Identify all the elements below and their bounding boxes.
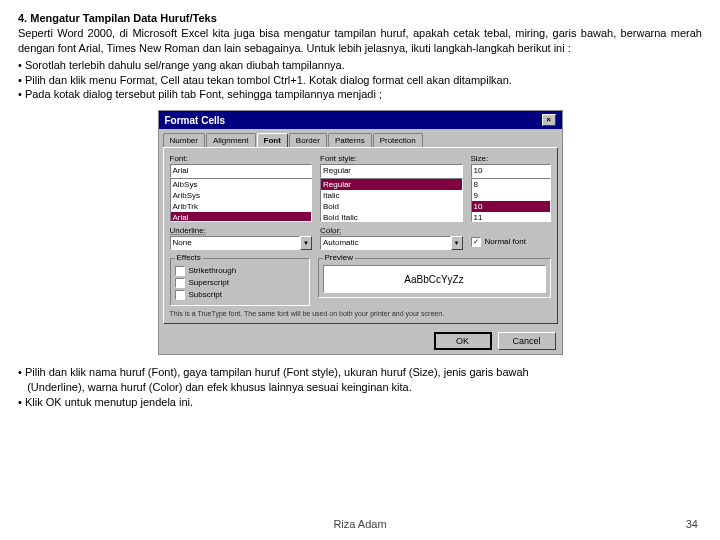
font-panel: Font: Arial AlbSys AribSys AribTrk Arial…	[163, 147, 558, 324]
preview-group: Preview AaBbCcYyZz	[318, 258, 551, 298]
list-item[interactable]: 11	[472, 212, 550, 222]
size-listbox[interactable]: 8 9 10 11	[471, 178, 551, 222]
subscript-checkbox[interactable]: Subscript	[175, 289, 305, 301]
underline-label: Underline:	[170, 226, 313, 235]
normal-font-label: Normal font	[485, 236, 526, 248]
list-item[interactable]: 9	[472, 190, 550, 201]
dialog-title: Format Cells	[165, 115, 226, 126]
checkbox-icon[interactable]	[175, 278, 185, 288]
list-item[interactable]: Bold	[321, 201, 462, 212]
tab-strip: Number Alignment Font Border Patterns Pr…	[159, 129, 562, 147]
tab-font[interactable]: Font	[257, 133, 288, 147]
page-number: 34	[686, 518, 698, 530]
size-label: Size:	[471, 154, 551, 163]
section-heading: 4. Mengatur Tampilan Data Huruf/Teks	[18, 12, 702, 24]
dialog-titlebar: Format Cells ×	[159, 111, 562, 129]
subscript-label: Subscript	[189, 289, 222, 301]
tab-patterns[interactable]: Patterns	[328, 133, 372, 147]
list-item[interactable]: AribTrk	[171, 201, 312, 212]
bullet-3: • Pada kotak dialog tersebut pilih tab F…	[18, 87, 702, 102]
tab-border[interactable]: Border	[289, 133, 327, 147]
list-item[interactable]: 8	[472, 179, 550, 190]
list-item[interactable]: Italic	[321, 190, 462, 201]
superscript-label: Superscript	[189, 277, 229, 289]
intro-paragraph: Seperti Word 2000, di Microsoft Excel ki…	[18, 26, 702, 56]
underline-dropdown[interactable]: None ▼	[170, 236, 313, 250]
font-style-listbox[interactable]: Regular Italic Bold Bold Italic	[320, 178, 463, 222]
strikethrough-label: Strikethrough	[189, 265, 237, 277]
list-item[interactable]: Regular	[321, 179, 462, 190]
font-style-label: Font style:	[320, 154, 463, 163]
effects-label: Effects	[175, 253, 203, 262]
tab-number[interactable]: Number	[163, 133, 205, 147]
bullet-2: • Pilih dan klik menu Format, Cell atau …	[18, 73, 702, 88]
bullet-1: • Sorotlah terlebih dahulu sel/range yan…	[18, 58, 702, 73]
checkbox-icon[interactable]: ✓	[471, 237, 481, 247]
checkbox-icon[interactable]	[175, 290, 185, 300]
checkbox-icon[interactable]	[175, 266, 185, 276]
list-item[interactable]: AlbSys	[171, 179, 312, 190]
size-input[interactable]: 10	[471, 164, 551, 178]
superscript-checkbox[interactable]: Superscript	[175, 277, 305, 289]
font-input[interactable]: Arial	[170, 164, 313, 178]
chevron-down-icon[interactable]: ▼	[300, 236, 312, 250]
tab-protection[interactable]: Protection	[373, 133, 423, 147]
tab-alignment[interactable]: Alignment	[206, 133, 256, 147]
font-label: Font:	[170, 154, 313, 163]
font-listbox[interactable]: AlbSys AribSys AribTrk Arial	[170, 178, 313, 222]
format-cells-dialog: Format Cells × Number Alignment Font Bor…	[158, 110, 563, 355]
author-name: Riza Adam	[333, 518, 386, 530]
preview-box: AaBbCcYyZz	[323, 265, 546, 293]
preview-label: Preview	[323, 253, 355, 262]
close-icon[interactable]: ×	[542, 114, 556, 126]
list-item[interactable]: Arial	[171, 212, 312, 222]
bullet-5: • Klik OK untuk menutup jendela ini.	[18, 395, 702, 410]
underline-value: None	[170, 236, 301, 250]
effects-group: Effects Strikethrough Superscript Subscr…	[170, 258, 310, 306]
color-value: Automatic	[320, 236, 451, 250]
after-dialog-text: • Pilih dan klik nama huruf (Font), gaya…	[18, 365, 702, 410]
strikethrough-checkbox[interactable]: Strikethrough	[175, 265, 305, 277]
format-cells-dialog-wrap: Format Cells × Number Alignment Font Bor…	[158, 110, 563, 355]
cancel-button[interactable]: Cancel	[498, 332, 556, 350]
list-item[interactable]: 10	[472, 201, 550, 212]
bullet-4a: • Pilih dan klik nama huruf (Font), gaya…	[18, 365, 702, 380]
ok-button[interactable]: OK	[434, 332, 492, 350]
bullet-4b: (Underline), warna huruf (Color) dan efe…	[18, 380, 702, 395]
truetype-note: This is a TrueType font. The same font w…	[170, 310, 551, 317]
list-item[interactable]: Bold Italic	[321, 212, 462, 222]
color-dropdown[interactable]: Automatic ▼	[320, 236, 463, 250]
dialog-buttons: OK Cancel	[159, 328, 562, 354]
normal-font-checkbox[interactable]: ✓ Normal font	[471, 236, 551, 248]
chevron-down-icon[interactable]: ▼	[451, 236, 463, 250]
color-label: Color:	[320, 226, 463, 235]
list-item[interactable]: AribSys	[171, 190, 312, 201]
font-style-input[interactable]: Regular	[320, 164, 463, 178]
